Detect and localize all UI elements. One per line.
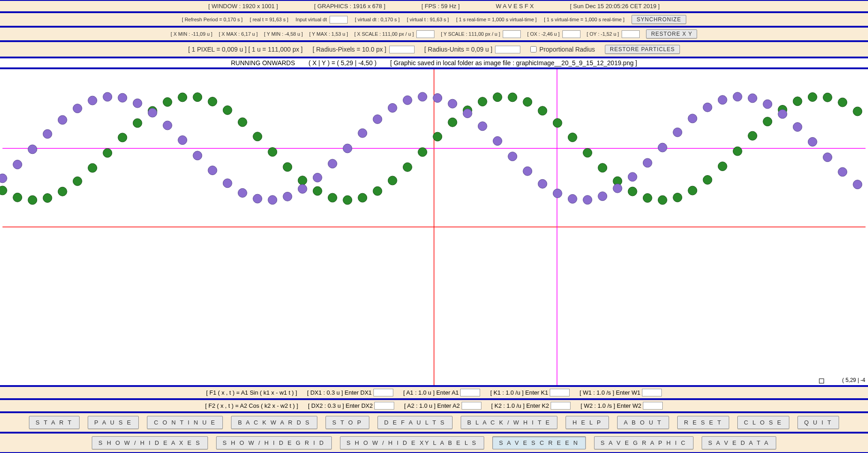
svg-point-106 <box>763 117 772 126</box>
dx2-input[interactable] <box>374 402 394 410</box>
svg-point-63 <box>433 94 442 103</box>
backwards-button[interactable]: B A C K W A R D S <box>231 416 317 429</box>
dx1: [ DX1 : 0.3 u ] <box>307 389 343 396</box>
svg-point-105 <box>748 94 757 103</box>
svg-point-68 <box>478 97 487 106</box>
svg-point-16 <box>88 163 97 172</box>
restore-particles-button[interactable]: RESTORE PARTICLES <box>605 45 680 54</box>
show-hide-axes-button[interactable]: S H O W / H I D E A X E S <box>92 436 208 449</box>
virtual-dt-input[interactable] <box>330 16 348 24</box>
svg-point-114 <box>823 93 832 102</box>
svg-point-64 <box>448 118 457 127</box>
fps-label: [ FPS : 59 Hz ] <box>421 3 460 10</box>
ox-input[interactable] <box>562 30 580 38</box>
mouse-coord-overlay: ( 5,29 | -4 <box>842 377 865 383</box>
svg-point-21 <box>118 93 127 102</box>
a2-input[interactable] <box>462 402 481 410</box>
w2: [ W2 : 1.0 /s ] <box>580 402 615 409</box>
svg-point-17 <box>88 96 97 105</box>
svg-point-88 <box>628 187 637 196</box>
restore-xy-button[interactable]: RESTORE X Y <box>646 29 697 38</box>
svg-point-9 <box>28 145 37 154</box>
w2-input[interactable] <box>643 402 663 410</box>
svg-point-93 <box>658 143 667 152</box>
svg-point-116 <box>838 98 847 107</box>
w1-input[interactable] <box>642 389 662 396</box>
top-info-bar: [ WINDOW : 868 x 453 ] [ GRAPHICS : 19… <box>0 0 868 12</box>
svg-point-62 <box>433 132 442 141</box>
a1-label: Enter A1 <box>436 389 459 396</box>
svg-point-73 <box>508 152 517 161</box>
stop-button[interactable]: S T O P <box>326 416 369 429</box>
show-hide-grid-button[interactable]: S H O W / H I D E G R I D <box>216 436 332 449</box>
svg-point-109 <box>778 110 787 119</box>
svg-point-79 <box>553 189 562 198</box>
svg-point-7 <box>13 160 22 169</box>
pause-button[interactable]: P A U S E <box>88 416 139 429</box>
svg-point-46 <box>313 186 322 196</box>
quit-button[interactable]: Q U I T <box>797 416 840 429</box>
a1: [ A1 : 1.0 u ] <box>403 389 434 396</box>
svg-point-10 <box>43 194 52 203</box>
radius-u-input[interactable] <box>495 46 520 53</box>
datetime-label: [ Sun Dec 15 20:05:26 CET 2019 ] <box>570 3 660 10</box>
radius-px-input[interactable] <box>389 46 415 53</box>
rt-to-vt: [ 1 s real-time = 1,000 s virtual-time ] <box>456 17 537 22</box>
start-button[interactable]: S T A R T <box>29 416 80 429</box>
svg-point-18 <box>103 148 112 157</box>
app-title: W A V E S F X <box>496 3 534 10</box>
a2: [ A2 : 1.0 u ] <box>404 402 435 409</box>
a1-input[interactable] <box>460 389 480 396</box>
defaults-button[interactable]: D E F A U L T S <box>377 416 453 429</box>
radius-bar: [ 1 PIXEL = 0,009 u ] [ 1 u = 111,000 px… <box>0 41 868 57</box>
help-button[interactable]: H E L P <box>566 416 609 429</box>
svg-point-107 <box>763 100 772 109</box>
save-data-button[interactable]: S A V E D A T A <box>702 436 777 449</box>
graphics-label: [ GRAPHICS : 1916 x 678 ] <box>314 3 386 10</box>
dx2: [ DX2 : 0.3 u ] <box>308 402 344 409</box>
save-screen-button[interactable]: S A V E S C R E E N <box>492 436 586 449</box>
svg-point-90 <box>643 193 652 202</box>
svg-point-70 <box>493 93 502 102</box>
vt-to-rt: [ 1 s virtual-time = 1,000 s real-time ] <box>544 17 624 22</box>
continue-button[interactable]: C O N T I N U E <box>147 416 223 429</box>
save-message: [ Graphic saved in local folder as image… <box>390 59 637 67</box>
yscale-input[interactable] <box>503 30 521 38</box>
svg-point-47 <box>313 173 322 182</box>
svg-point-84 <box>598 163 607 172</box>
svg-point-65 <box>448 99 457 108</box>
oy-input[interactable] <box>622 30 640 38</box>
svg-point-111 <box>793 123 802 132</box>
svg-point-6 <box>13 193 22 202</box>
run-state: RUNNING ONWARDS <box>231 59 295 67</box>
k2-input[interactable] <box>551 402 571 410</box>
show-hide-xy-labels-button[interactable]: S H O W / H I D E XY L A B E L S <box>340 436 484 449</box>
status-bar: RUNNING ONWARDS ( X | Y ) = ( 5,29 | -4,… <box>0 57 868 68</box>
cursor-xy: ( X | Y ) = ( 5,29 | -4,50 ) <box>309 59 377 67</box>
svg-point-8 <box>28 196 37 205</box>
xscale-input[interactable] <box>416 30 434 38</box>
virtual-dt: [ virtual dt : 0,170 s ] <box>355 17 400 22</box>
a2-label: Enter A2 <box>437 402 460 409</box>
synchronize-button[interactable]: SYNCHRONIZE <box>632 15 686 24</box>
graphics-canvas[interactable]: ( 5,29 | -4 <box>0 68 868 386</box>
black-white-button[interactable]: B L A C K / W H I T E <box>461 416 558 429</box>
svg-point-14 <box>73 176 82 186</box>
close-button[interactable]: C L O S E <box>737 416 789 429</box>
xmax: [ X MAX : 6,17 u ] <box>219 31 258 37</box>
k2-label: Enter K2 <box>526 402 549 409</box>
svg-point-100 <box>718 162 727 171</box>
reset-button[interactable]: R E S E T <box>677 416 729 429</box>
svg-point-55 <box>373 114 382 124</box>
k1-input[interactable] <box>550 389 570 396</box>
formula-bar-2: [ F2 ( x , t ) = A2 Cos ( k2 x - w2 t ) … <box>0 399 868 412</box>
svg-point-113 <box>808 137 817 146</box>
dx1-input[interactable] <box>373 389 393 396</box>
axes-bar: [ X MIN : -11,09 u ] [ X MAX : 6,17 u ] … <box>0 27 868 41</box>
save-graphic-button[interactable]: S A V E G R A P H I C <box>594 436 693 449</box>
svg-point-118 <box>853 107 862 116</box>
svg-point-29 <box>178 136 187 145</box>
about-button[interactable]: A B O U T <box>617 416 669 429</box>
proportional-radius-checkbox[interactable] <box>530 46 537 52</box>
svg-point-26 <box>163 97 172 106</box>
